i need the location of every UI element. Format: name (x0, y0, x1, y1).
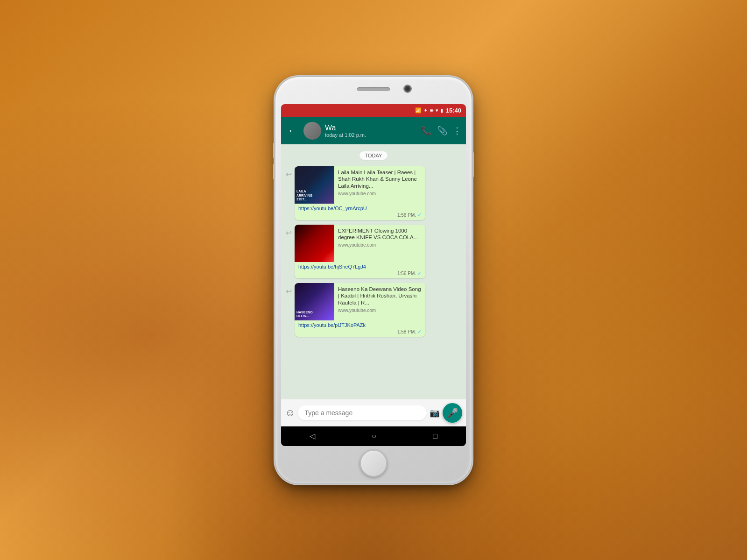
date-divider: TODAY (286, 151, 461, 160)
thumb-label-1: LAILAARRIVING21ST... (296, 190, 332, 201)
nav-recent-button[interactable]: □ (433, 432, 438, 440)
msg-link-3[interactable]: https://youtu.be/plJTJKoPAZk (295, 320, 425, 329)
phone-screen: 📶 ✦ ⊕ ▾ ▮ 15:40 ← Wa today at 1:02 p.m. … (281, 104, 466, 446)
msg-info-1: Laila Main Laila Teaser | Raees | Shah R… (334, 166, 425, 204)
nav-home-button[interactable]: ○ (372, 432, 376, 440)
paperclip-icon[interactable]: 📎 (437, 126, 447, 136)
contact-name: Wa (325, 124, 417, 132)
message-bubble-3: HASEENODEEW... Haseeno Ka Deewana Video … (295, 283, 425, 337)
msg-time-1: 1:56 PM. (397, 213, 416, 218)
msg-title-3: Haseeno Ka Deewana Video Song | Kaabil |… (338, 286, 422, 307)
header-icons: 📞 📎 ⋮ (421, 126, 461, 136)
thumb-label-3: HASEENODEEW... (296, 311, 332, 319)
check-icon-2: ✓ (417, 270, 422, 276)
msg-domain-2: www.youtube.com (338, 242, 422, 248)
emoji-button[interactable]: ☺ (285, 407, 295, 419)
msg-thumbnail-3: HASEENODEEW... (295, 283, 334, 320)
input-bar: ☺ 📷 🎤 (281, 399, 466, 426)
msg-meta-3: 1:58 PM. ✓ (295, 329, 425, 337)
msg-title-2: EXPERIMENT Glowing 1000 degree KNIFE VS … (338, 227, 422, 241)
status-time: 15:40 (446, 107, 461, 114)
msg-info-2: EXPERIMENT Glowing 1000 degree KNIFE VS … (334, 225, 425, 262)
mic-button[interactable]: 🎤 (443, 403, 462, 423)
nav-back-button[interactable]: ◁ (310, 432, 315, 440)
message-row-3: ↩ HASEENODEEW... Haseeno Ka Deewana Vide… (286, 283, 461, 337)
phone-mockup: 📶 ✦ ⊕ ▾ ▮ 15:40 ← Wa today at 1:02 p.m. … (275, 77, 472, 483)
msg-thumbnail-1: LAILAARRIVING21ST... (295, 166, 334, 204)
more-options-icon[interactable]: ⋮ (453, 126, 461, 136)
check-icon-3: ✓ (417, 329, 422, 335)
check-icon-1: ✓ (417, 212, 422, 218)
volume-down-button (273, 163, 275, 180)
home-button[interactable] (360, 450, 387, 477)
message-input[interactable] (298, 405, 427, 420)
msg-preview-2: EXPERIMENT Glowing 1000 degree KNIFE VS … (295, 225, 425, 262)
power-button (472, 152, 474, 177)
contact-info: Wa today at 1:02 p.m. (325, 124, 417, 138)
mic-icon: 🎤 (447, 407, 458, 418)
chat-header: ← Wa today at 1:02 p.m. 📞 📎 ⋮ (281, 117, 466, 144)
volume-up-button (273, 142, 275, 159)
signal-icon: 📶 (415, 107, 422, 113)
camera-button[interactable]: 📷 (430, 408, 440, 418)
contact-avatar (303, 122, 321, 140)
status-icons: 📶 ✦ ⊕ ▾ ▮ (415, 107, 443, 113)
chat-body: TODAY ↩ LAILAARRIVING21ST... Laila Main … (281, 144, 466, 399)
forward-icon-1[interactable]: ↩ (286, 170, 292, 179)
message-bubble-1: LAILAARRIVING21ST... Laila Main Laila Te… (295, 166, 425, 220)
message-row: ↩ LAILAARRIVING21ST... Laila Main Laila … (286, 166, 461, 220)
android-nav-bar: ◁ ○ □ (281, 426, 466, 446)
battery-icon: ▮ (440, 107, 443, 113)
front-camera (404, 85, 411, 92)
msg-time-2: 1:56 PM. (397, 271, 416, 276)
forward-icon-3[interactable]: ↩ (286, 287, 292, 296)
back-button[interactable]: ← (286, 123, 300, 139)
msg-link-1[interactable]: https://youtu.be/OC_yrnArcpU (295, 204, 425, 212)
msg-preview-3: HASEENODEEW... Haseeno Ka Deewana Video … (295, 283, 425, 320)
message-row-2: ↩ EXPERIMENT Glowing 1000 degree KNIFE V… (286, 225, 461, 278)
wifi-icon: ▾ (436, 107, 438, 113)
msg-domain-3: www.youtube.com (338, 308, 422, 313)
msg-info-3: Haseeno Ka Deewana Video Song | Kaabil |… (334, 283, 425, 320)
contact-status: today at 1:02 p.m. (325, 132, 417, 138)
msg-preview-1: LAILAARRIVING21ST... Laila Main Laila Te… (295, 166, 425, 204)
msg-time-3: 1:58 PM. (397, 329, 416, 334)
bluetooth-icon: ✦ (423, 107, 428, 113)
msg-thumbnail-2 (295, 225, 334, 262)
msg-title-1: Laila Main Laila Teaser | Raees | Shah R… (338, 169, 422, 190)
date-badge: TODAY (359, 151, 388, 160)
msg-domain-1: www.youtube.com (338, 191, 422, 196)
speaker-grill (357, 87, 390, 91)
status-bar: 📶 ✦ ⊕ ▾ ▮ 15:40 (281, 104, 466, 117)
forward-icon-2[interactable]: ↩ (286, 228, 292, 237)
message-bubble-2: EXPERIMENT Glowing 1000 degree KNIFE VS … (295, 225, 425, 278)
phone-call-icon[interactable]: 📞 (421, 126, 431, 136)
data-icon: ⊕ (430, 107, 434, 113)
msg-meta-1: 1:56 PM. ✓ (295, 212, 425, 220)
msg-link-2[interactable]: https://youtu.be/hjSheQ7LgJ4 (295, 262, 425, 270)
msg-meta-2: 1:56 PM. ✓ (295, 270, 425, 278)
